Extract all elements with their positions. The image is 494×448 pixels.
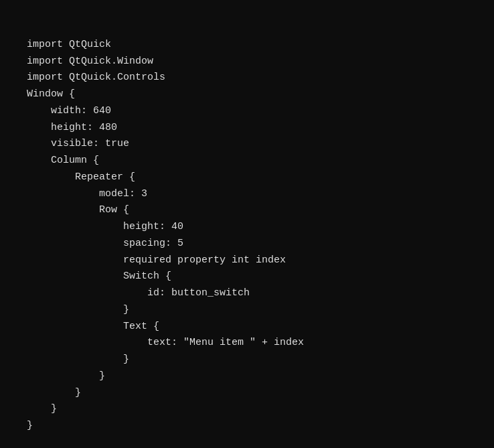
code-line: import QtQuick.Controls	[27, 70, 467, 86]
code-line: height: 480	[27, 120, 467, 137]
code-line: visible: true	[27, 136, 467, 153]
code-line: Window {	[27, 86, 467, 103]
code-line: Row {	[27, 202, 467, 219]
code-line: }	[27, 352, 467, 368]
code-line: }	[27, 401, 467, 418]
code-line: height: 40	[27, 219, 467, 236]
code-line: }	[27, 368, 467, 385]
code-line: Repeater {	[27, 169, 467, 186]
code-line: width: 640	[27, 103, 467, 120]
code-line: }	[27, 302, 467, 319]
code-line: Text {	[27, 319, 467, 335]
code-line: model: 3	[27, 186, 467, 203]
code-line: }	[27, 385, 467, 402]
code-line: id: button_switch	[27, 285, 467, 302]
code-line: Column {	[27, 153, 467, 169]
code-line: required property int index	[27, 252, 467, 269]
code-line: spacing: 5	[27, 236, 467, 252]
code-line: text: "Menu item " + index	[27, 335, 467, 352]
code-line: import QtQuick.Window	[27, 54, 467, 70]
code-editor: import QtQuickimport QtQuick.Windowimpor…	[0, 0, 494, 448]
code-line: import QtQuick	[27, 37, 467, 54]
code-line: Switch {	[27, 269, 467, 285]
code-line: }	[27, 418, 467, 435]
